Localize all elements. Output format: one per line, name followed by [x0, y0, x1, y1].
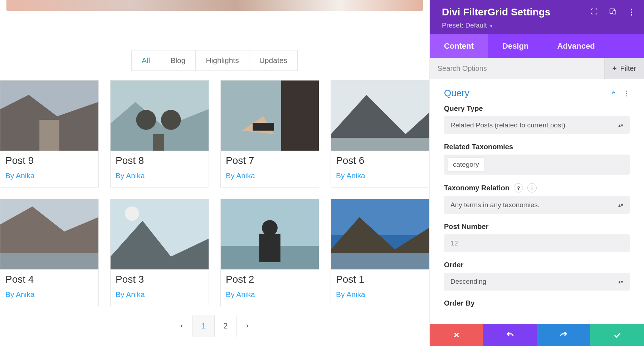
post-thumbnail — [331, 199, 429, 269]
sort-caret-icon: ▴▾ — [618, 279, 623, 284]
more-icon[interactable]: ⋮ — [628, 8, 635, 17]
sidebar-content[interactable]: Query ⋮ Query Type Related Posts (relate… — [430, 79, 644, 324]
svg-rect-28 — [331, 199, 429, 235]
post-thumbnail — [221, 81, 319, 151]
post-card[interactable]: Post 8 By Anika — [110, 80, 209, 187]
post-byline[interactable]: By Anika — [226, 171, 314, 180]
post-byline[interactable]: By Anika — [226, 290, 314, 299]
sidebar-header: Divi FilterGrid Settings ⋮ Preset: Defau… — [430, 0, 644, 34]
pagination-prev[interactable] — [171, 315, 193, 337]
section-title[interactable]: Query — [444, 88, 469, 99]
pagination-page[interactable]: 1 — [192, 315, 215, 337]
field-label-tax-relation: Taxonomy Relation ? ⋮ — [444, 183, 630, 193]
svg-point-21 — [125, 206, 139, 221]
post-title: Post 7 — [226, 155, 314, 166]
preset-selector[interactable]: Preset: Default ▾ — [442, 21, 635, 29]
svg-rect-10 — [281, 81, 319, 151]
search-row: + Filter — [430, 58, 644, 79]
pagination: 1 2 — [0, 315, 429, 337]
chevron-right-icon — [245, 323, 250, 328]
undo-button[interactable] — [483, 324, 537, 346]
post-card[interactable]: Post 4 By Anika — [0, 199, 99, 306]
svg-rect-30 — [331, 253, 429, 269]
sort-caret-icon: ▴▾ — [618, 203, 623, 208]
settings-sidebar: Divi FilterGrid Settings ⋮ Preset: Defau… — [429, 0, 644, 346]
order-select[interactable]: Descending ▴▾ — [444, 273, 630, 291]
post-card[interactable]: Post 3 By Anika — [110, 199, 209, 306]
post-byline[interactable]: By Anika — [336, 290, 424, 299]
filter-tabs: All Blog Highlights Updates — [0, 50, 429, 71]
svg-rect-32 — [613, 11, 616, 14]
caret-down-icon: ▾ — [490, 24, 492, 29]
post-number-input[interactable]: 12 — [444, 234, 630, 252]
tax-relation-label-text: Taxonomy Relation — [444, 184, 509, 192]
taxonomy-tag[interactable]: category — [448, 157, 484, 172]
post-title: Post 3 — [116, 274, 204, 285]
post-thumbnail — [331, 81, 429, 151]
tab-design[interactable]: Design — [488, 34, 543, 58]
tab-advanced[interactable]: Advanced — [543, 34, 609, 58]
post-card[interactable]: Post 9 By Anika — [0, 80, 99, 187]
field-label-related-tax: Related Taxonomies — [444, 143, 630, 151]
query-type-select[interactable]: Related Posts (related to current post) … — [444, 116, 630, 134]
redo-icon — [559, 331, 568, 339]
filter-tab-all[interactable]: All — [131, 50, 160, 71]
post-card[interactable]: Post 6 By Anika — [331, 80, 429, 187]
section-more-icon[interactable]: ⋮ — [623, 89, 630, 97]
post-title: Post 9 — [5, 155, 93, 166]
field-more-icon[interactable]: ⋮ — [527, 183, 537, 193]
post-thumbnail — [0, 199, 98, 269]
svg-rect-3 — [39, 120, 59, 151]
close-icon — [453, 331, 460, 339]
chevron-up-icon[interactable] — [610, 89, 617, 97]
post-byline[interactable]: By Anika — [5, 171, 93, 180]
plus-icon: + — [613, 64, 617, 73]
sidebar-title: Divi FilterGrid Settings — [442, 6, 550, 18]
svg-rect-15 — [331, 138, 429, 151]
pagination-page[interactable]: 2 — [214, 315, 236, 337]
post-card[interactable]: Post 2 By Anika — [220, 199, 319, 306]
field-label-query-type: Query Type — [444, 104, 630, 113]
filter-tab-highlights[interactable]: Highlights — [195, 50, 249, 71]
tax-relation-value: Any terms in any taxonomies. — [450, 201, 540, 209]
expand-icon[interactable] — [590, 8, 598, 17]
tab-content[interactable]: Content — [430, 34, 488, 58]
sort-caret-icon: ▴▾ — [618, 123, 623, 128]
cancel-button[interactable] — [430, 324, 483, 346]
redo-button[interactable] — [537, 324, 591, 346]
post-byline[interactable]: By Anika — [116, 171, 204, 180]
post-byline[interactable]: By Anika — [116, 290, 204, 299]
post-byline[interactable]: By Anika — [5, 290, 93, 299]
post-card[interactable]: Post 7 By Anika — [220, 80, 319, 187]
post-byline[interactable]: By Anika — [336, 171, 424, 180]
save-button[interactable] — [590, 324, 644, 346]
post-title: Post 1 — [336, 274, 424, 285]
field-label-order-by: Order By — [444, 299, 630, 307]
svg-rect-8 — [153, 134, 164, 151]
filter-tab-blog[interactable]: Blog — [160, 50, 196, 71]
hero-banner — [6, 0, 423, 11]
pagination-next[interactable] — [236, 315, 258, 337]
search-input[interactable] — [430, 58, 604, 79]
post-card[interactable]: Post 1 By Anika — [331, 199, 429, 306]
post-title: Post 6 — [336, 155, 424, 166]
help-icon[interactable]: ? — [514, 183, 523, 193]
post-title: Post 8 — [116, 155, 204, 166]
svg-point-24 — [262, 220, 278, 236]
filter-button[interactable]: + Filter — [604, 58, 644, 79]
related-taxonomies-input[interactable]: category — [444, 155, 630, 175]
field-label-post-number: Post Number — [444, 223, 630, 231]
taxonomy-relation-select[interactable]: Any terms in any taxonomies. ▴▾ — [444, 196, 630, 214]
svg-rect-18 — [0, 253, 98, 269]
post-thumbnail — [0, 81, 98, 151]
responsive-icon[interactable] — [609, 8, 617, 17]
post-title: Post 4 — [5, 274, 93, 285]
svg-rect-25 — [259, 234, 280, 262]
undo-icon — [506, 331, 514, 339]
sidebar-footer — [430, 324, 644, 346]
post-thumbnail — [111, 199, 209, 269]
filter-button-label: Filter — [620, 64, 636, 73]
svg-point-6 — [136, 110, 156, 130]
svg-rect-12 — [253, 123, 274, 131]
filter-tab-updates[interactable]: Updates — [249, 50, 298, 71]
